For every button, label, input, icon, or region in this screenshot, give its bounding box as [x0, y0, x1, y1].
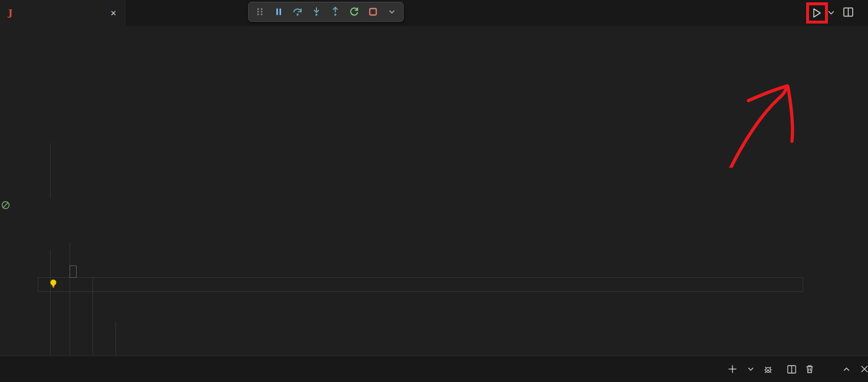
red-annotation-box	[806, 2, 828, 24]
run-dropdown-chevron-icon[interactable]	[827, 8, 835, 19]
current-line-highlight	[38, 277, 803, 292]
stop-icon[interactable]	[365, 4, 381, 19]
step-into-icon[interactable]	[309, 4, 324, 19]
panel-actions	[725, 356, 868, 382]
more-actions-icon[interactable]	[821, 362, 835, 376]
step-out-icon[interactable]	[328, 4, 343, 19]
split-terminal-icon[interactable]	[784, 362, 798, 376]
chevron-down-icon[interactable]	[384, 4, 400, 19]
code-editor[interactable]	[0, 41, 868, 356]
bracket-match-box	[70, 265, 77, 278]
ban-circle-icon	[1, 201, 10, 212]
drag-handle-icon[interactable]	[252, 4, 268, 19]
close-icon[interactable]: ✕	[108, 8, 119, 19]
indent-guide	[50, 250, 51, 356]
restart-icon[interactable]	[346, 4, 362, 19]
step-over-icon[interactable]	[290, 4, 305, 19]
trash-icon[interactable]	[803, 362, 817, 376]
editor-tab[interactable]: J ✕	[0, 0, 126, 26]
breadcrumb	[0, 26, 868, 41]
pause-icon[interactable]	[271, 4, 286, 19]
vscode-window: { "window": { "tab": { "label": "RuoYiAp…	[0, 0, 868, 382]
indent-guide	[70, 243, 70, 356]
red-annotation-arrow	[707, 41, 819, 168]
split-editor-icon[interactable]	[843, 6, 854, 20]
indent-guide	[50, 143, 51, 198]
tab-bar: J ✕	[0, 0, 868, 26]
bottom-panel-bar	[0, 356, 868, 382]
debug-toolbar	[248, 2, 404, 22]
lightbulb-icon[interactable]	[49, 279, 58, 291]
close-panel-icon[interactable]	[857, 362, 868, 376]
debug-bug-icon	[763, 364, 773, 374]
terminal-run-entry[interactable]	[763, 364, 777, 374]
indent-guide	[115, 321, 116, 356]
new-terminal-icon[interactable]	[725, 362, 740, 376]
launch-profile-chevron-icon[interactable]	[744, 362, 758, 376]
java-file-icon: J	[8, 8, 12, 18]
maximize-panel-chevron-icon[interactable]	[839, 362, 853, 376]
